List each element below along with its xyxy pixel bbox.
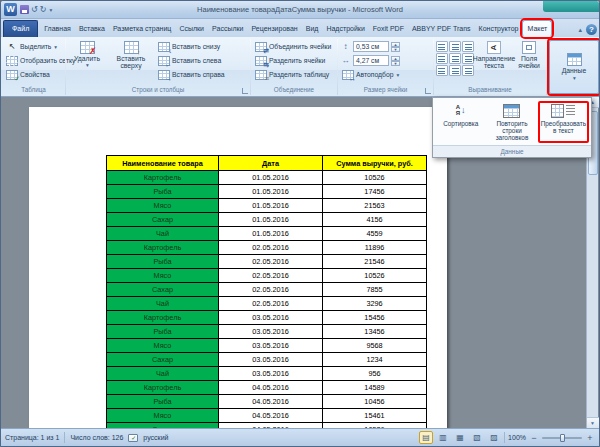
print-layout-view-button[interactable]: ▤ [419,431,433,444]
delete-button[interactable]: Удалить ▾ [68,40,106,85]
product-cell[interactable]: Чай [107,227,219,241]
ribbon-tab[interactable]: Надстройки [322,21,368,37]
align-bottom-center-button[interactable] [449,65,461,76]
autofit-button[interactable]: Автоподбор ▾ [340,68,431,81]
date-cell[interactable]: 01.05.2016 [219,213,323,227]
product-cell[interactable]: Картофель [107,241,219,255]
undo-icon[interactable]: ↺ [31,4,38,16]
page-indicator[interactable]: Страница: 1 из 1 [5,434,59,441]
cell-margins-button[interactable]: Поля ячейки [514,40,544,85]
table-header-cell[interactable]: Сумма выручки, руб. [323,156,427,171]
outline-view-button[interactable]: ▧ [470,431,484,444]
date-cell[interactable]: 03.05.2016 [219,367,323,381]
product-cell[interactable]: Рыба [107,185,219,199]
redo-icon[interactable]: ↻ [40,4,47,16]
ribbon-tab[interactable]: Рассылки [208,21,247,37]
date-cell[interactable]: 02.05.2016 [219,297,323,311]
zoom-slider[interactable] [542,437,582,439]
data-menu-item[interactable]: Преобразовать в текст [538,101,589,143]
date-cell[interactable]: 01.05.2016 [219,185,323,199]
fullscreen-view-button[interactable]: ▥ [436,431,450,444]
ribbon-tab[interactable]: ABBYY PDF Trans [408,21,475,37]
product-cell[interactable]: Рыба [107,395,219,409]
date-cell[interactable]: 03.05.2016 [219,311,323,325]
zoom-level[interactable]: 100% [508,434,526,441]
date-cell[interactable]: 04.05.2016 [219,395,323,409]
zoom-slider-thumb[interactable] [560,434,565,442]
sum-cell[interactable]: 15461 [323,409,427,423]
product-cell[interactable]: Рыба [107,325,219,339]
product-cell[interactable]: Чай [107,297,219,311]
data-button[interactable]: Данные ▾ [549,40,599,94]
date-cell[interactable]: 03.05.2016 [219,353,323,367]
merge-cells-button[interactable]: Объединить ячейки [253,40,335,53]
date-cell[interactable]: 01.05.2016 [219,199,323,213]
product-cell[interactable]: Сахар [107,283,219,297]
ribbon-tab[interactable]: Файл [3,20,38,37]
language-indicator[interactable]: русский [143,434,168,441]
product-cell[interactable]: Мясо [107,339,219,353]
insert-above-button[interactable]: Вставить сверху [108,40,154,85]
product-cell[interactable]: Картофель [107,311,219,325]
dialog-launcher-icon[interactable] [425,88,431,94]
sum-cell[interactable]: 10526 [323,171,427,185]
sum-cell[interactable]: 10456 [323,395,427,409]
product-cell[interactable]: Мясо [107,409,219,423]
column-width-stepper[interactable]: ▲▼ [391,56,400,66]
table-header-cell[interactable]: Наименование товара [107,156,219,171]
column-width-input[interactable]: 4,27 см [353,55,389,66]
product-cell[interactable]: Мясо [107,269,219,283]
data-menu-item[interactable]: Сортировка [435,101,486,143]
ribbon-tab[interactable]: Foxit PDF [369,21,408,37]
sum-cell[interactable]: 956 [323,367,427,381]
document-page[interactable]: Наименование товара Дата Сумма выручки, … [29,107,447,428]
date-cell[interactable]: 04.05.2016 [219,381,323,395]
align-center-left-button[interactable] [436,53,448,64]
date-cell[interactable]: 01.05.2016 [219,227,323,241]
align-bottom-left-button[interactable] [436,65,448,76]
split-table-button[interactable]: Разделить таблицу [253,68,335,81]
sum-cell[interactable]: 15456 [323,311,427,325]
date-cell[interactable]: 02.05.2016 [219,283,323,297]
product-cell[interactable]: Чай [107,367,219,381]
product-cell[interactable]: Мясо [107,199,219,213]
sum-cell[interactable]: 14589 [323,381,427,395]
sum-cell[interactable]: 4156 [323,213,427,227]
select-button[interactable]: ↖ Выделить ▾ [4,40,63,53]
split-cells-button[interactable]: Разделить ячейки [253,54,335,67]
product-cell[interactable]: Картофель [107,381,219,395]
text-direction-button[interactable]: А Направление текста [476,40,512,85]
product-cell[interactable]: Картофель [107,171,219,185]
sum-cell[interactable]: 4559 [323,227,427,241]
save-icon[interactable] [20,5,29,14]
ribbon-tab[interactable]: Рецензирован [247,21,301,37]
sum-cell[interactable]: 21546 [323,255,427,269]
sum-cell[interactable]: 3296 [323,297,427,311]
sum-cell[interactable]: 9568 [323,339,427,353]
insert-left-button[interactable]: Вставить слева [156,54,248,67]
row-height-stepper[interactable]: ▲▼ [391,42,400,52]
sum-cell[interactable]: 7855 [323,283,427,297]
ribbon-tab[interactable]: Главная [40,21,75,37]
sum-cell[interactable]: 17456 [323,185,427,199]
product-cell[interactable]: Сахар [107,213,219,227]
row-height-input[interactable]: 0,53 см [353,41,389,52]
date-cell[interactable]: 03.05.2016 [219,325,323,339]
draft-view-button[interactable]: ▨ [487,431,501,444]
zoom-out-button[interactable]: − [529,433,539,443]
product-cell[interactable]: Сахар [107,353,219,367]
ribbon-tab[interactable]: Конструктор [475,21,523,37]
align-center-button[interactable] [449,53,461,64]
date-cell[interactable]: 01.05.2016 [219,171,323,185]
align-top-right-button[interactable] [462,41,474,52]
web-layout-view-button[interactable]: ▦ [453,431,467,444]
ribbon-tab[interactable]: Макет [522,20,552,37]
product-cell[interactable]: Сахар [107,423,219,429]
insert-right-button[interactable]: Вставить справа [156,68,248,81]
date-cell[interactable]: 02.05.2016 [219,269,323,283]
word-count[interactable]: Число слов: 126 [70,434,123,441]
minimize-ribbon-icon[interactable]: ▴ [578,25,582,35]
sum-cell[interactable]: 10526 [323,269,427,283]
scroll-down-icon[interactable]: ▼ [587,417,599,428]
sum-cell[interactable]: 13456 [323,325,427,339]
